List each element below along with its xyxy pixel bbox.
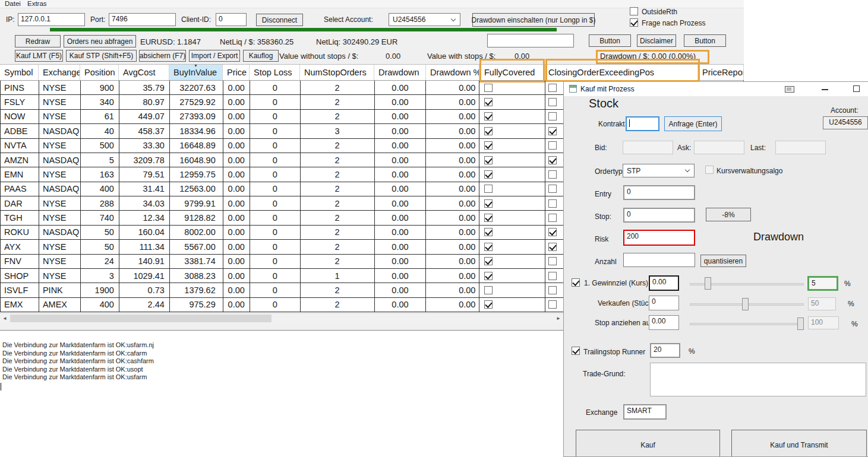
cell-position[interactable]: 61: [81, 110, 119, 124]
ordertyp-select[interactable]: STP: [623, 164, 695, 177]
cell-fully-covered[interactable]: [479, 167, 545, 182]
cell-exchange[interactable]: NYSE: [39, 167, 81, 182]
cell-stoploss[interactable]: 0: [250, 95, 301, 109]
cell-stoploss[interactable]: 0: [250, 139, 301, 153]
cell-price[interactable]: 0.00: [223, 139, 250, 153]
cell-drawdown[interactable]: 0.00: [375, 283, 427, 297]
exchange-input[interactable]: SMART: [623, 404, 667, 420]
closing-order-exceeding-pos-checkbox[interactable]: [548, 185, 557, 193]
closing-order-exceeding-pos-checkbox[interactable]: [548, 141, 557, 150]
scroll-left-icon[interactable]: ◄: [2, 316, 7, 321]
cell-drawdown-pct[interactable]: 0.00: [426, 81, 479, 95]
cell-fully-covered[interactable]: [479, 226, 545, 240]
cell-symbol[interactable]: ISVLF: [1, 283, 39, 297]
cell-numstoporders[interactable]: 2: [301, 196, 375, 211]
cell-numstoporders[interactable]: 1: [301, 269, 375, 283]
cell-fully-covered[interactable]: [479, 283, 545, 297]
verkaufen-input[interactable]: 0: [649, 296, 679, 310]
cell-numstoporders[interactable]: 2: [301, 211, 375, 225]
cell-drawdown[interactable]: 0.00: [375, 95, 427, 109]
col-header-numstoporders[interactable]: NumStopOrders: [300, 65, 374, 80]
cell-numstoporders[interactable]: 2: [301, 81, 375, 95]
cell-position[interactable]: 500: [81, 139, 119, 153]
stop-input[interactable]: 0: [623, 208, 695, 223]
cell-drawdown-pct[interactable]: 0.00: [426, 153, 479, 167]
cell-drawdown[interactable]: 0.00: [375, 167, 427, 182]
col-header-pricereporte[interactable]: PriceReporte: [698, 65, 744, 80]
cell-avgcost[interactable]: 33.30: [119, 139, 170, 153]
col-header-drawdown[interactable]: Drawdown: [374, 65, 426, 80]
bid-input[interactable]: [623, 141, 673, 154]
cell-exchange[interactable]: NYSE: [39, 196, 81, 211]
cell-price[interactable]: 0.00: [223, 153, 250, 167]
frage-nach-prozess-checkbox[interactable]: [630, 18, 638, 27]
col-header-closingorderexceedingpos[interactable]: ClosingOrderExceedingPos: [545, 65, 698, 80]
cell-exchange[interactable]: NYSE: [39, 269, 81, 283]
cell-symbol[interactable]: AMZN: [1, 153, 39, 167]
cell-symbol[interactable]: EMN: [1, 167, 39, 182]
window-menu-icon[interactable]: [785, 86, 794, 93]
ask-input[interactable]: [694, 141, 744, 154]
cell-price[interactable]: 0.00: [223, 211, 250, 225]
fully-covered-checkbox[interactable]: [484, 98, 493, 106]
col-header-exchange[interactable]: Exchange: [39, 65, 80, 80]
disconnect-button[interactable]: Disconnect: [256, 14, 303, 26]
cell-price[interactable]: 0.00: [223, 255, 250, 269]
gewinnziel-checkbox[interactable]: [572, 278, 580, 287]
col-header-stoploss[interactable]: Stop Loss: [250, 65, 300, 80]
cell-numstoporders[interactable]: 2: [301, 240, 375, 254]
closing-order-exceeding-pos-checkbox[interactable]: [548, 228, 557, 236]
cell-position[interactable]: 40: [81, 124, 119, 138]
cell-stoploss[interactable]: 0: [250, 196, 301, 211]
cell-drawdown-pct[interactable]: 0.00: [426, 124, 479, 138]
cell-avgcost[interactable]: 80.97: [119, 95, 170, 109]
stop-anziehen-slider-track[interactable]: [690, 323, 804, 325]
cell-buyinvalue[interactable]: 8002.00: [170, 226, 223, 240]
cell-symbol[interactable]: ADBE: [1, 124, 39, 138]
stop-anziehen-input[interactable]: 0.00: [649, 315, 679, 330]
last-input[interactable]: [775, 141, 826, 154]
closing-order-exceeding-pos-checkbox[interactable]: [548, 199, 557, 208]
cell-fully-covered[interactable]: [479, 211, 545, 225]
cell-avgcost[interactable]: 31.41: [119, 182, 170, 196]
cell-fully-covered[interactable]: [479, 182, 545, 196]
kursverwaltungsalgo-checkbox[interactable]: [705, 166, 714, 174]
closing-order-exceeding-pos-checkbox[interactable]: [548, 214, 557, 222]
fully-covered-checkbox[interactable]: [484, 272, 493, 280]
cell-position[interactable]: 340: [81, 95, 119, 109]
cell-fully-covered[interactable]: [479, 298, 545, 312]
cell-avgcost[interactable]: 3209.78: [119, 153, 170, 167]
cell-drawdown[interactable]: 0.00: [375, 81, 427, 95]
col-header-symbol[interactable]: Symbol: [0, 65, 39, 80]
verkaufen-pct-input[interactable]: 50: [808, 297, 836, 310]
col-header-avgcost[interactable]: AvgCost: [119, 65, 169, 80]
cell-exchange[interactable]: NYSE: [39, 255, 81, 269]
cell-fully-covered[interactable]: [479, 95, 545, 109]
cell-buyinvalue[interactable]: 18334.96: [170, 124, 223, 138]
cell-price[interactable]: 0.00: [223, 124, 250, 138]
cell-avgcost[interactable]: 449.07: [119, 110, 170, 124]
kauf-lmt-button[interactable]: Kauf LMT (F5): [15, 50, 63, 62]
cell-buyinvalue[interactable]: 32207.63: [170, 81, 223, 95]
cell-symbol[interactable]: PAAS: [1, 182, 39, 196]
cell-buyinvalue[interactable]: 3381.74: [170, 255, 223, 269]
cell-symbol[interactable]: AYX: [1, 240, 39, 254]
fully-covered-checkbox[interactable]: [484, 141, 493, 150]
cell-buyinvalue[interactable]: 16048.90: [170, 153, 223, 167]
fully-covered-checkbox[interactable]: [484, 199, 493, 208]
cell-price[interactable]: 0.00: [223, 196, 250, 211]
button1[interactable]: Button: [589, 34, 631, 47]
stop-anziehen-pct-input[interactable]: 100: [808, 316, 839, 329]
cell-symbol[interactable]: NOW: [1, 110, 39, 124]
cell-exchange[interactable]: NYSE: [39, 95, 81, 109]
closing-order-exceeding-pos-checkbox[interactable]: [548, 243, 557, 251]
cell-position[interactable]: 400: [81, 298, 119, 312]
entry-input[interactable]: 0: [623, 185, 695, 200]
cell-position[interactable]: 5: [81, 153, 119, 167]
fully-covered-checkbox[interactable]: [484, 214, 493, 222]
cell-exchange[interactable]: NYSE: [39, 110, 81, 124]
cell-buyinvalue[interactable]: 27529.92: [170, 95, 223, 109]
cell-avgcost[interactable]: 140.91: [119, 255, 170, 269]
closing-order-exceeding-pos-checkbox[interactable]: [548, 300, 557, 309]
cell-numstoporders[interactable]: 2: [301, 139, 375, 153]
